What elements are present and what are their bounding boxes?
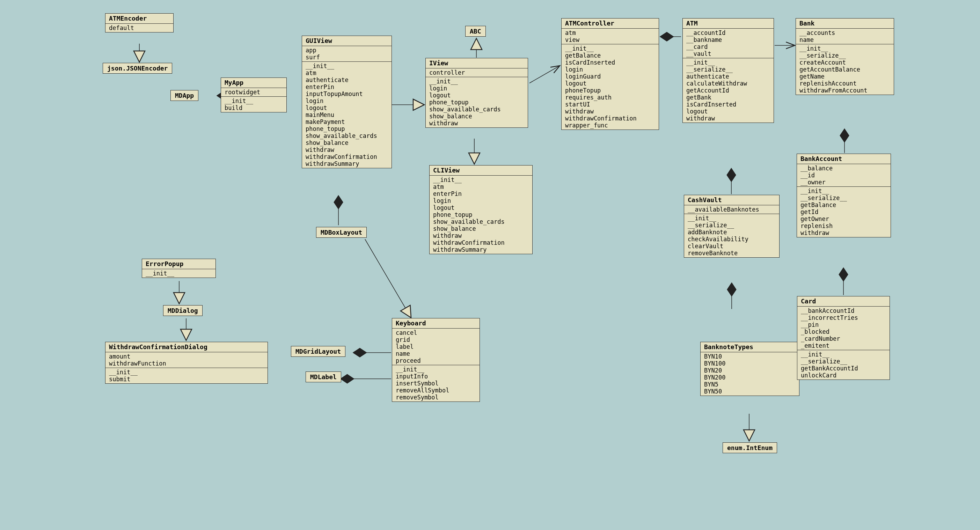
uml-class-MDApp: MDApp bbox=[170, 90, 198, 101]
class-section: __init__ __serialize__ getBalance getId … bbox=[797, 187, 891, 237]
uml-class-GUIView: GUIView app surf __init__ atm authentica… bbox=[302, 36, 392, 168]
class-section: BYN10 BYN100 BYN20 BYN200 BYN5 BYN50 bbox=[701, 352, 799, 395]
class-section: __accountId __bankname __card __vault bbox=[683, 29, 773, 58]
class-section: __availableBanknotes bbox=[684, 205, 779, 214]
class-title: IView bbox=[426, 58, 528, 68]
class-title: BankAccount bbox=[797, 154, 891, 164]
uml-class-MDGridLayout: MDGridLayout bbox=[291, 346, 345, 357]
class-title: ATMEncoder bbox=[105, 14, 173, 24]
uml-class-MDBoxLayout: MDBoxLayout bbox=[316, 227, 367, 238]
svg-line-15 bbox=[365, 239, 411, 318]
class-section: __init__ bbox=[142, 269, 215, 278]
class-section: __init__ inputInfo insertSymbol removeAl… bbox=[392, 365, 479, 401]
uml-class-Card: Card __bankAccountId __incorrectTries __… bbox=[797, 296, 890, 380]
class-section: __init__ getBalance isCardInserted login… bbox=[562, 44, 659, 130]
class-section: __init__ submit bbox=[105, 368, 267, 383]
class-section: __init__ atm enterPin login logout phone… bbox=[430, 176, 532, 254]
class-section: __init__ atm authenticate enterPin input… bbox=[302, 62, 391, 168]
class-title: BanknoteTypes bbox=[701, 342, 799, 352]
class-title: WithdrawConfirmationDialog bbox=[105, 342, 267, 352]
uml-class-MDLabel: MDLabel bbox=[305, 371, 341, 382]
class-section: __balance __id __owner bbox=[797, 164, 891, 187]
uml-class-BankAccount: BankAccount __balance __id __owner __ini… bbox=[797, 154, 891, 237]
uml-class-ATM: ATM __accountId __bankname __card __vaul… bbox=[682, 18, 774, 123]
svg-line-6 bbox=[530, 66, 560, 83]
class-title: GUIView bbox=[302, 36, 391, 46]
class-title: MyApp bbox=[221, 78, 286, 88]
class-title: Keyboard bbox=[392, 319, 479, 328]
class-title: ATMController bbox=[562, 19, 659, 29]
uml-class-CashVault: CashVault __availableBanknotes __init__ … bbox=[684, 195, 780, 258]
class-section: __accounts name bbox=[796, 29, 894, 44]
class-section: __init__ build bbox=[221, 97, 286, 112]
uml-class-IView: IView controller __init__ login logout p… bbox=[425, 58, 528, 128]
class-title: Card bbox=[797, 297, 889, 306]
class-section: controller bbox=[426, 68, 528, 77]
uml-class-WithdrawConfirmationDialog: WithdrawConfirmationDialog amount withdr… bbox=[105, 342, 268, 384]
uml-class-CLIView: CLIView __init__ atm enterPin login logo… bbox=[429, 165, 533, 254]
class-section: __init__ __serialize__ getBankAccountId … bbox=[797, 350, 889, 379]
class-section: default bbox=[105, 24, 173, 32]
class-section: __init__ login logout phone_topup show_a… bbox=[426, 77, 528, 127]
uml-class-enumIntEnum: enum.IntEnum bbox=[722, 443, 777, 453]
class-title: ATM bbox=[683, 19, 773, 29]
uml-class-ABC: ABC bbox=[465, 26, 486, 36]
uml-class-Keyboard: Keyboard cancel grid label name proceed … bbox=[392, 318, 480, 402]
uml-class-MDDialog: MDDialog bbox=[163, 305, 202, 316]
class-title: CashVault bbox=[684, 195, 779, 205]
class-title: ErrorPopup bbox=[142, 259, 215, 269]
class-section: rootwidget bbox=[221, 88, 286, 97]
class-section: __bankAccountId __incorrectTries __pin _… bbox=[797, 306, 889, 350]
uml-class-ATMEncoder: ATMEncoder default bbox=[105, 13, 173, 32]
class-section: cancel grid label name proceed bbox=[392, 328, 479, 365]
class-section: __init__ __serialize__ addBanknote check… bbox=[684, 214, 779, 257]
uml-class-MyApp: MyApp rootwidget __init__ build bbox=[221, 78, 287, 113]
class-title: CLIView bbox=[430, 165, 532, 176]
uml-class-ErrorPopup: ErrorPopup __init__ bbox=[142, 259, 216, 278]
uml-class-ATMController: ATMController atm view __init__ getBalan… bbox=[561, 18, 659, 130]
class-section: atm view bbox=[562, 29, 659, 44]
uml-class-BanknoteTypes: BanknoteTypes BYN10 BYN100 BYN20 BYN200 … bbox=[700, 342, 799, 396]
class-section: __init__ __serialize__ authenticate calc… bbox=[683, 58, 773, 122]
class-title: Bank bbox=[796, 19, 894, 29]
uml-class-Bank: Bank __accounts name __init__ __serializ… bbox=[795, 18, 894, 95]
class-section: app surf bbox=[302, 46, 391, 62]
class-section: amount withdrawFunction bbox=[105, 352, 267, 368]
class-section: __init__ __serialize__ createAccount get… bbox=[796, 44, 894, 95]
uml-class-jsonJSONEncoder: json.JSONEncoder bbox=[103, 63, 172, 74]
